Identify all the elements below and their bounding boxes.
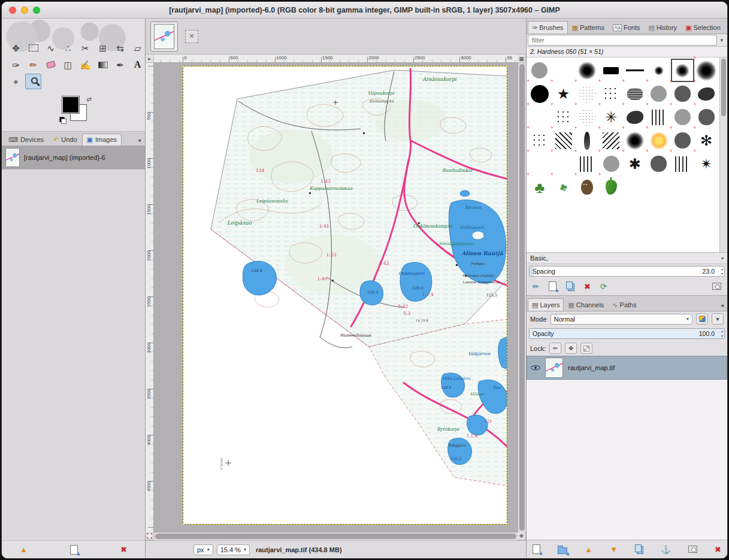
scatter[interactable]: [552, 105, 576, 129]
minimize-button[interactable]: [21, 7, 28, 14]
feather[interactable]: [576, 129, 600, 152]
tool-eraser[interactable]: [43, 57, 59, 72]
filter-input[interactable]: [528, 35, 717, 46]
hatch-1[interactable]: [552, 129, 576, 152]
tool-pencil[interactable]: ✏: [25, 57, 41, 72]
horizontal-scrollbar[interactable]: [154, 532, 518, 540]
refresh-brushes-button[interactable]: ⟳: [600, 283, 607, 290]
layer-row-rautjarvi[interactable]: rautjarvi_map.tif: [527, 356, 727, 380]
tool-text[interactable]: A: [129, 57, 146, 72]
tool-flip[interactable]: ⇆: [112, 40, 128, 56]
blob-2[interactable]: [623, 105, 647, 129]
image-menu-button[interactable]: ▸: [146, 55, 154, 63]
acorn-owl[interactable]: [576, 175, 600, 199]
empty-tab-icon[interactable]: ✕: [185, 30, 198, 43]
grunge-1[interactable]: [647, 82, 671, 105]
swap-colors-icon[interactable]: ⇄: [87, 96, 92, 102]
grain-dot[interactable]: [528, 59, 552, 82]
delete-brush-button[interactable]: ✖: [584, 283, 591, 290]
speckle-1[interactable]: [528, 105, 552, 129]
vertical-scroll-thumb[interactable]: [519, 64, 525, 531]
tool-free-select[interactable]: ∿: [43, 40, 59, 56]
tab-fonts[interactable]: Aa Fonts: [609, 21, 645, 34]
lock-pixels-button[interactable]: ✏: [549, 343, 561, 354]
zoom-button[interactable]: [33, 7, 40, 14]
grunge-6[interactable]: [599, 152, 623, 175]
brush-scrollbar[interactable]: [719, 57, 727, 252]
tool-smudge[interactable]: ✍: [77, 57, 93, 72]
grunge-3[interactable]: [671, 105, 695, 129]
hardness-075[interactable]: [694, 59, 718, 82]
image-page[interactable]: ArabiankorpiViipankorpiKulmanpykäRusthol…: [183, 66, 507, 525]
tab-history[interactable]: ▤ History: [644, 21, 681, 34]
new-display-button[interactable]: [70, 545, 78, 555]
canvas-viewport[interactable]: ArabiankorpiViipankorpiKulmanpykäRusthol…: [154, 63, 518, 532]
grunge-5[interactable]: [671, 129, 695, 152]
mode-select[interactable]: Normal ▾: [550, 314, 692, 325]
duplicate-brush-button[interactable]: [566, 281, 573, 289]
hardness-025[interactable]: [647, 59, 671, 82]
duplicate-layer-button[interactable]: [635, 544, 642, 552]
raise-layer-button[interactable]: ▲: [585, 546, 592, 553]
tool-color-picker[interactable]: ⌖: [8, 74, 24, 89]
strokes[interactable]: [576, 152, 600, 175]
tool-select-by-color[interactable]: ∴: [60, 40, 76, 56]
tab-devices[interactable]: ⌨ Devices: [4, 134, 49, 146]
brush-scroll-thumb[interactable]: [721, 59, 726, 116]
tool-crop[interactable]: ✂: [77, 40, 93, 56]
legacy-mode-toggle[interactable]: [696, 313, 708, 325]
confetti[interactable]: [528, 129, 552, 152]
vertical-scrollbar[interactable]: [518, 63, 526, 532]
anchor-layer-button[interactable]: ⚓: [661, 546, 671, 553]
canvas-corner-toggle[interactable]: ▦: [518, 55, 526, 63]
tool-zoom[interactable]: [25, 74, 41, 89]
open-brush-as-image-button[interactable]: [712, 283, 721, 290]
zoom-select[interactable]: 15.4 % ▾: [217, 544, 250, 555]
tool-ink[interactable]: ✒: [112, 57, 128, 72]
tab-selection[interactable]: ▣ Selection: [681, 21, 725, 34]
chalk[interactable]: [623, 82, 647, 105]
soft-big[interactable]: [623, 129, 647, 152]
tab-images[interactable]: ▣ Images: [82, 134, 122, 146]
tool-clone[interactable]: ◫: [60, 57, 76, 72]
spray-fine[interactable]: [576, 82, 600, 105]
tool-unified-transform[interactable]: ⊞: [95, 40, 111, 56]
image-tab[interactable]: [150, 22, 178, 52]
tab-paths[interactable]: ∿ Paths: [608, 298, 640, 311]
tab-layers[interactable]: ▤ Layers: [528, 298, 564, 311]
star-2[interactable]: ✴: [694, 152, 718, 175]
horizontal-ruler[interactable]: 05001000150020002500300035: [154, 55, 518, 63]
close-button[interactable]: [9, 7, 16, 14]
image-list-item[interactable]: [rautjarvi_map] (imported)-6: [2, 146, 145, 169]
foreground-color-swatch[interactable]: [62, 96, 79, 113]
green-pepper[interactable]: [599, 175, 623, 199]
raise-displays-button[interactable]: ▲: [20, 546, 28, 553]
speckle-2[interactable]: [528, 152, 552, 175]
dock-menu-button[interactable]: ◂: [135, 137, 143, 146]
glow[interactable]: [647, 129, 671, 152]
sparkle[interactable]: ✱: [623, 152, 647, 175]
blob[interactable]: [694, 82, 718, 105]
quick-mask-toggle[interactable]: [146, 532, 154, 540]
burst[interactable]: ✳: [599, 105, 623, 129]
tool-gradient[interactable]: [95, 57, 111, 72]
dot-cluster[interactable]: [599, 82, 623, 105]
tab-channels[interactable]: ▦ Channels: [564, 298, 608, 311]
brush-tag-entry[interactable]: Basic, ▾: [527, 253, 727, 264]
spray-2[interactable]: [576, 105, 600, 129]
tuft[interactable]: [671, 152, 695, 175]
fine-line[interactable]: [623, 59, 647, 82]
lock-alpha-button[interactable]: [580, 343, 592, 354]
new-layer-group-button[interactable]: [558, 547, 567, 554]
vertical-ruler[interactable]: 50010001500200025003000350040004500: [146, 63, 154, 532]
edit-brush-button[interactable]: ✏: [533, 283, 539, 290]
lock-position-button[interactable]: ✥: [565, 343, 577, 354]
horizontal-scroll-thumb[interactable]: [155, 534, 516, 539]
soft-large[interactable]: [576, 59, 600, 82]
new-layer-button[interactable]: [533, 544, 540, 554]
block[interactable]: [599, 59, 623, 82]
grunge-7[interactable]: [647, 152, 671, 175]
new-brush-button[interactable]: [549, 281, 556, 291]
leaves-1[interactable]: ♣: [528, 175, 552, 199]
star[interactable]: ★: [552, 82, 576, 105]
